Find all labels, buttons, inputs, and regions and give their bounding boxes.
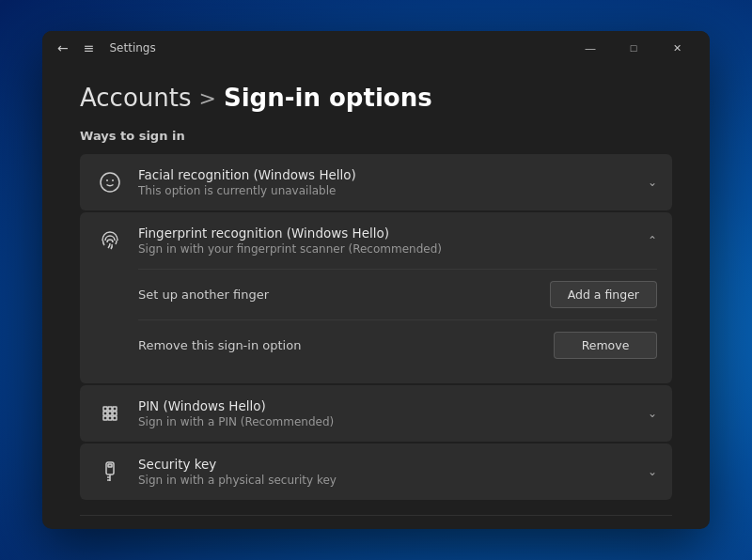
pin-header[interactable]: PIN (Windows Hello) Sign in with a PIN (… xyxy=(80,385,672,442)
window-title: Settings xyxy=(109,41,155,54)
svg-point-0 xyxy=(101,173,119,192)
svg-rect-10 xyxy=(108,416,112,420)
titlebar: ← ≡ Settings — □ ✕ xyxy=(42,31,710,65)
security-key-chevron: ⌄ xyxy=(648,465,657,478)
breadcrumb-separator: > xyxy=(199,86,216,110)
fingerprint-icon xyxy=(95,226,125,256)
svg-rect-9 xyxy=(103,416,107,420)
security-key-text: Security key Sign in with a physical sec… xyxy=(138,457,636,487)
svg-rect-11 xyxy=(113,416,117,420)
fingerprint-recognition-title: Fingerprint recognition (Windows Hello) xyxy=(138,226,636,241)
content-area: Accounts > Sign-in options Ways to sign … xyxy=(42,65,710,529)
facial-recognition-chevron: ⌄ xyxy=(648,176,657,189)
remove-signin-label: Remove this sign-in option xyxy=(138,338,301,352)
pin-subtitle: Sign in with a PIN (Recommended) xyxy=(138,415,636,428)
pin-chevron: ⌄ xyxy=(648,407,657,420)
security-key-option: Security key Sign in with a physical sec… xyxy=(80,443,672,500)
add-finger-button[interactable]: Add a finger xyxy=(550,281,657,308)
signin-options-list: Facial recognition (Windows Hello) This … xyxy=(80,154,672,500)
security-key-header[interactable]: Security key Sign in with a physical sec… xyxy=(80,443,672,500)
add-finger-label: Set up another finger xyxy=(138,288,269,302)
add-finger-row: Set up another finger Add a finger xyxy=(138,269,657,319)
security-key-title: Security key xyxy=(138,457,636,472)
settings-window: ← ≡ Settings — □ ✕ Accounts > Sign-in op… xyxy=(42,31,710,529)
close-button[interactable]: ✕ xyxy=(655,31,698,65)
pin-title: PIN (Windows Hello) xyxy=(138,398,636,413)
svg-point-1 xyxy=(106,179,108,181)
breadcrumb-parent[interactable]: Accounts xyxy=(80,84,192,112)
fingerprint-expanded-section: Set up another finger Add a finger Remov… xyxy=(80,269,672,383)
svg-rect-4 xyxy=(108,407,112,411)
security-key-icon xyxy=(95,457,125,487)
additional-settings-section: Additional settings xyxy=(80,515,672,529)
fingerprint-recognition-option: Fingerprint recognition (Windows Hello) … xyxy=(80,212,672,383)
maximize-button[interactable]: □ xyxy=(612,31,655,65)
minimize-button[interactable]: — xyxy=(569,31,612,65)
face-icon xyxy=(95,167,125,197)
fingerprint-recognition-chevron: ⌃ xyxy=(648,234,657,247)
facial-recognition-title: Facial recognition (Windows Hello) xyxy=(138,167,636,182)
facial-recognition-option: Facial recognition (Windows Hello) This … xyxy=(80,154,672,210)
facial-recognition-subtitle: This option is currently unavailable xyxy=(138,184,636,197)
remove-signin-button[interactable]: Remove xyxy=(554,332,657,359)
security-key-subtitle: Sign in with a physical security key xyxy=(138,474,636,487)
svg-rect-13 xyxy=(108,464,112,467)
menu-button[interactable]: ≡ xyxy=(80,37,99,59)
breadcrumb-current: Sign-in options xyxy=(224,84,432,112)
svg-rect-3 xyxy=(103,407,107,411)
fingerprint-recognition-text: Fingerprint recognition (Windows Hello) … xyxy=(138,226,636,256)
svg-rect-5 xyxy=(113,407,117,411)
fingerprint-recognition-subtitle: Sign in with your fingerprint scanner (R… xyxy=(138,242,636,256)
pin-text: PIN (Windows Hello) Sign in with a PIN (… xyxy=(138,398,636,428)
window-controls: — □ ✕ xyxy=(569,31,698,65)
svg-point-2 xyxy=(112,179,114,181)
pin-icon xyxy=(95,398,125,428)
titlebar-left: ← ≡ Settings xyxy=(54,37,156,59)
breadcrumb: Accounts > Sign-in options xyxy=(80,84,672,112)
ways-section-label: Ways to sign in xyxy=(80,129,672,143)
remove-signin-row: Remove this sign-in option Remove xyxy=(138,319,657,370)
facial-recognition-header[interactable]: Facial recognition (Windows Hello) This … xyxy=(80,154,672,210)
svg-rect-8 xyxy=(113,412,117,415)
pin-option: PIN (Windows Hello) Sign in with a PIN (… xyxy=(80,385,672,442)
fingerprint-recognition-header[interactable]: Fingerprint recognition (Windows Hello) … xyxy=(80,212,672,269)
facial-recognition-text: Facial recognition (Windows Hello) This … xyxy=(138,167,636,197)
back-button[interactable]: ← xyxy=(54,38,72,58)
svg-rect-6 xyxy=(103,412,107,415)
svg-rect-7 xyxy=(108,412,112,415)
